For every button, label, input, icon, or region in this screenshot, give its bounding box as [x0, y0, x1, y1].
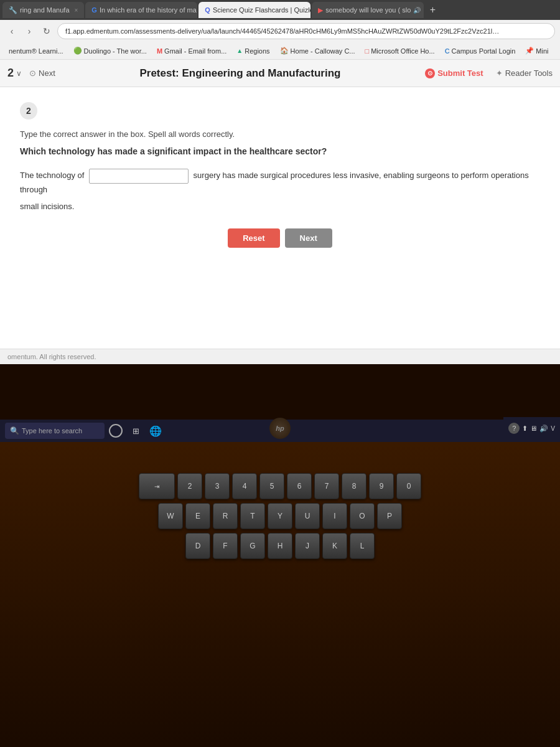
task-view-icon: ⊞ [133, 426, 139, 436]
key-6[interactable]: 6 [287, 473, 312, 499]
key-f[interactable]: F [213, 533, 238, 559]
mini-icon: 📌 [525, 47, 534, 55]
bookmark-mini[interactable]: 📌 Mini [521, 45, 552, 56]
back-button[interactable]: ‹ [5, 24, 19, 38]
bookmark-home[interactable]: 🏠 Home - Calloway C... [276, 45, 359, 56]
bookmark-office[interactable]: □ Microsoft Office Ho... [362, 46, 439, 56]
question-nav: 2 ∨ [7, 67, 22, 80]
key-w[interactable]: W [158, 503, 183, 529]
key-3[interactable]: 3 [205, 473, 230, 499]
key-4[interactable]: 4 [232, 473, 257, 499]
key-j[interactable]: J [295, 533, 320, 559]
main-content: 2 ∨ ⊙ Next Pretest: Engineering and Manu… [0, 60, 560, 364]
keyboard-area: ⇥ 2 3 4 5 6 7 8 9 0 W E R T Y U I O P D … [0, 442, 560, 747]
question-area: 2 Type the correct answer in the box. Sp… [0, 87, 560, 349]
tab-2[interactable]: G In which era of the history of ma × [85, 2, 197, 18]
footer-copyright: omentum. All rights reserved. [7, 353, 96, 360]
bookmark-nentum[interactable]: nentum® Learni... [5, 46, 67, 56]
taskbar-browser-icon[interactable]: 🌐 [147, 422, 164, 439]
key-e[interactable]: E [185, 503, 210, 529]
tab-2-favicon: G [91, 6, 97, 14]
tab-3[interactable]: Q Science Quiz Flashcards | Quizlet × [198, 2, 310, 18]
campus-icon: C [445, 47, 450, 55]
bookmark-mini-label: Mini [536, 47, 548, 55]
tray-help[interactable]: ? [508, 423, 520, 434]
key-0[interactable]: 0 [396, 473, 421, 499]
tab-3-favicon: Q [205, 6, 210, 14]
key-y[interactable]: Y [268, 503, 292, 529]
browser-chrome: 🔧 ring and Manufa × G In which era of th… [0, 0, 560, 60]
home-icon: 🏠 [280, 47, 289, 55]
tab-1-label: ring and Manufa [20, 6, 70, 14]
key-7[interactable]: 7 [314, 473, 339, 499]
tray-display[interactable]: 🖥 [530, 425, 537, 432]
tab-2-label: In which era of the history of ma [100, 6, 197, 14]
key-h[interactable]: H [268, 533, 292, 559]
office-icon: □ [365, 47, 370, 55]
next-nav-button[interactable]: ⊙ Next [29, 68, 55, 78]
bookmark-campus[interactable]: C Campus Portal Login [441, 46, 520, 56]
key-row-home: D F G H J K L [5, 533, 555, 559]
bookmarks-bar: nentum® Learni... 🟢 Duolingo - The wor..… [0, 42, 560, 60]
app-header: 2 ∨ ⊙ Next Pretest: Engineering and Manu… [0, 60, 560, 87]
regions-icon: ▲ [236, 47, 243, 54]
bookmark-regions-label: Regions [245, 47, 269, 55]
key-o[interactable]: O [350, 503, 375, 529]
question-number: 2 [7, 67, 14, 80]
tab-4[interactable]: ▶ somebody will love you ( slo 🔊 × [312, 2, 424, 18]
key-i[interactable]: I [322, 503, 347, 529]
key-2[interactable]: 2 [177, 473, 202, 499]
key-k[interactable]: K [322, 533, 347, 559]
key-g[interactable]: G [240, 533, 265, 559]
bookmark-office-label: Microsoft Office Ho... [371, 47, 435, 55]
question-instruction: Type the correct answer in the box. Spel… [20, 129, 540, 139]
key-t[interactable]: T [240, 503, 265, 529]
address-input[interactable]: f1.app.edmentum.com/assessments-delivery… [57, 23, 555, 39]
tray-time: V [551, 425, 555, 432]
tab-1-favicon: 🔧 [9, 6, 17, 14]
bookmark-duolingo[interactable]: 🟢 Duolingo - The wor... [70, 45, 151, 56]
tray-volume[interactable]: 🔊 [539, 425, 548, 433]
tab-4-label: somebody will love you ( slo [325, 6, 411, 14]
reset-button[interactable]: Reset [228, 228, 279, 248]
tray-arrow[interactable]: ⬆ [522, 425, 528, 433]
question-text: Which technology has made a significant … [20, 146, 540, 156]
key-l[interactable]: L [350, 533, 375, 559]
app-footer: omentum. All rights reserved. [0, 349, 560, 364]
tab-1[interactable]: 🔧 ring and Manufa × [2, 2, 84, 18]
volume-icon: 🔊 [539, 425, 548, 433]
sentence-continuation: small incisions. [20, 200, 540, 214]
fill-blank-sentence: The technology of surgery has made surgi… [20, 169, 540, 197]
reload-button[interactable]: ↻ [40, 24, 54, 38]
address-bar: ‹ › ↻ f1.app.edmentum.com/assessments-de… [0, 20, 560, 42]
submit-icon: ⊙ [425, 68, 435, 78]
taskbar-task-view[interactable]: ⊞ [127, 422, 144, 439]
search-icon: 🔍 [10, 426, 19, 435]
key-5[interactable]: 5 [259, 473, 284, 499]
taskbar-search-text: Type here to search [22, 427, 82, 435]
gmail-icon: M [157, 47, 162, 55]
tab-1-close[interactable]: × [75, 7, 78, 14]
next-button[interactable]: Next [285, 228, 332, 248]
reader-tools-button[interactable]: ✦ Reader Tools [496, 68, 553, 78]
forward-button[interactable]: › [22, 24, 36, 38]
bookmark-gmail-label: Gmail - Email from... [164, 47, 226, 55]
answer-input[interactable] [89, 169, 189, 184]
bookmark-gmail[interactable]: M Gmail - Email from... [153, 46, 230, 56]
key-d[interactable]: D [185, 533, 210, 559]
key-8[interactable]: 8 [342, 473, 366, 499]
key-p[interactable]: P [377, 503, 402, 529]
taskbar-circle-button[interactable] [107, 422, 124, 439]
hp-logo-area: hp [268, 416, 292, 441]
key-u[interactable]: U [295, 503, 320, 529]
taskbar-search[interactable]: 🔍 Type here to search [5, 423, 105, 439]
duolingo-icon: 🟢 [73, 47, 82, 55]
key-9[interactable]: 9 [369, 473, 394, 499]
submit-test-button[interactable]: ⊙ Submit Test [425, 68, 483, 78]
bookmark-regions[interactable]: ▲ Regions [233, 46, 273, 56]
hp-logo: hp [269, 418, 291, 439]
key-tab[interactable]: ⇥ [139, 473, 175, 499]
add-tab-button[interactable]: + [425, 2, 440, 17]
key-r[interactable]: R [213, 503, 238, 529]
chevron-down-icon[interactable]: ∨ [16, 69, 22, 78]
